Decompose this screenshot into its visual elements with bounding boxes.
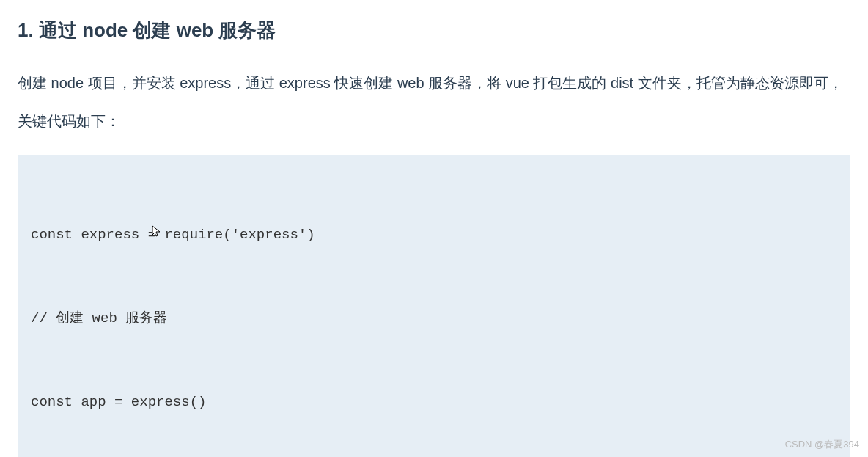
watermark-text: CSDN @春夏394 bbox=[785, 438, 859, 451]
code-line: const express = require('express') bbox=[31, 221, 837, 249]
code-block: const express = require('express') // 创建… bbox=[18, 155, 850, 457]
section-description: 创建 node 项目，并安装 express，通过 express 快速创建 w… bbox=[18, 64, 850, 140]
document-content: 1. 通过 node 创建 web 服务器 创建 node 项目，并安装 exp… bbox=[0, 0, 868, 457]
code-line-comment: // 创建 web 服务器 bbox=[31, 304, 837, 332]
section-heading: 1. 通过 node 创建 web 服务器 bbox=[18, 18, 850, 43]
code-line: const app = express() bbox=[31, 388, 837, 416]
